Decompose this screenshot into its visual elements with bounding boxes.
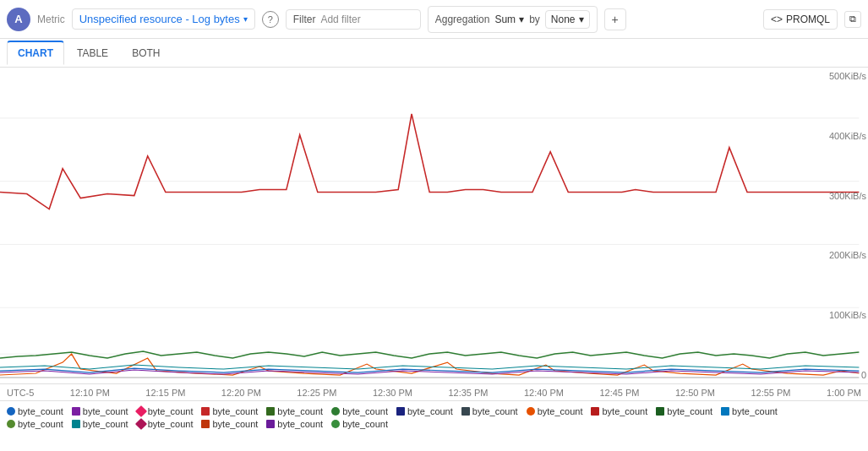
- time-label-1230: 12:30 PM: [373, 388, 412, 398]
- legend-item: byte_count: [7, 406, 63, 416]
- filter-section: Filter Add filter: [286, 9, 421, 30]
- metric-label: Metric: [37, 14, 65, 25]
- legend-item: byte_count: [396, 406, 453, 416]
- legend-label-7: byte_count: [407, 406, 453, 416]
- legend-item: byte_count: [721, 406, 778, 416]
- none-dropdown[interactable]: None ▾: [545, 10, 590, 29]
- legend-item: byte_count: [72, 406, 128, 416]
- legend-item: byte_count: [266, 419, 323, 429]
- legend-label-17: byte_count: [277, 419, 323, 429]
- aggregation-dropdown[interactable]: Sum ▾: [494, 14, 524, 25]
- legend-label-4: byte_count: [212, 406, 258, 416]
- legend-dot-2: [72, 407, 80, 416]
- promql-brackets-icon: <>: [771, 14, 783, 25]
- legend-area: byte_count byte_count byte_count byte_co…: [0, 401, 868, 437]
- legend-dot-6: [331, 407, 340, 416]
- legend-item: byte_count: [656, 406, 712, 416]
- legend-dot-15: [135, 418, 147, 430]
- aggregation-label: Aggregation: [435, 14, 490, 25]
- legend-item: byte_count: [331, 419, 388, 429]
- time-label-1215: 12:15 PM: [145, 388, 185, 398]
- legend-item: byte_count: [72, 419, 128, 429]
- aggregation-section: Aggregation Sum ▾ by None ▾: [428, 6, 598, 33]
- by-label: by: [529, 14, 540, 25]
- time-axis: UTC-5 12:10 PM 12:15 PM 12:20 PM 12:25 P…: [0, 384, 868, 401]
- none-chevron-icon: ▾: [579, 14, 584, 25]
- legend-dot-14: [72, 420, 80, 428]
- legend-dot-13: [7, 420, 15, 428]
- time-label-1240: 12:40 PM: [524, 388, 564, 398]
- aggregation-chevron-icon: ▾: [519, 14, 524, 25]
- metric-dropdown[interactable]: Unspecified resource - Log bytes ▾: [72, 8, 255, 30]
- tab-chart[interactable]: CHART: [7, 41, 64, 65]
- promql-button[interactable]: <> PROMQL: [763, 9, 838, 30]
- legend-item: byte_count: [527, 406, 583, 416]
- chart-tabs: CHART TABLE BOTH: [0, 39, 868, 68]
- legend-label-1: byte_count: [18, 406, 63, 416]
- legend-dot-3: [135, 405, 147, 417]
- add-filter-input[interactable]: Add filter: [320, 14, 360, 25]
- legend-label-3: byte_count: [148, 406, 194, 416]
- legend-item: byte_count: [331, 406, 388, 416]
- legend-dot-1: [7, 407, 15, 416]
- legend-label-13: byte_count: [18, 419, 63, 429]
- help-icon[interactable]: ?: [262, 11, 279, 28]
- legend-label-16: byte_count: [212, 419, 258, 429]
- legend-label-2: byte_count: [83, 406, 128, 416]
- legend-dot-16: [201, 420, 210, 428]
- legend-label-15: byte_count: [148, 419, 194, 429]
- legend-dot-17: [266, 420, 275, 428]
- legend-dot-9: [527, 407, 535, 416]
- legend-dot-11: [656, 407, 664, 416]
- legend-item: byte_count: [591, 406, 647, 416]
- legend-dot-8: [461, 407, 470, 416]
- legend-label-8: byte_count: [472, 406, 518, 416]
- time-label-1255: 12:55 PM: [751, 388, 790, 398]
- legend-label-11: byte_count: [667, 406, 712, 416]
- tab-table[interactable]: TABLE: [66, 41, 119, 65]
- time-label-1220: 12:20 PM: [221, 388, 261, 398]
- metric-chevron-icon: ▾: [243, 14, 248, 24]
- promql-label: PROMQL: [786, 14, 830, 25]
- legend-dot-18: [331, 420, 340, 428]
- copy-icon[interactable]: ⧉: [844, 11, 861, 28]
- legend-label-10: byte_count: [602, 406, 647, 416]
- legend-item: byte_count: [266, 406, 323, 416]
- time-label-1210: 12:10 PM: [70, 388, 110, 398]
- legend-item: byte_count: [137, 419, 194, 429]
- legend-item: byte_count: [201, 406, 258, 416]
- chart-svg: [0, 68, 868, 383]
- time-label-1245: 12:45 PM: [599, 388, 639, 398]
- legend-row-2: byte_count byte_count byte_count byte_co…: [7, 419, 861, 429]
- avatar-letter: A: [14, 13, 22, 25]
- chart-area: 500KiB/s 400KiB/s 300KiB/s 200KiB/s 100K…: [0, 68, 868, 384]
- time-label-1250: 12:50 PM: [675, 388, 715, 398]
- legend-row-1: byte_count byte_count byte_count byte_co…: [7, 406, 861, 416]
- time-label-100: 1:00 PM: [827, 388, 861, 398]
- legend-label-9: byte_count: [538, 406, 583, 416]
- legend-dot-4: [201, 407, 210, 416]
- legend-item: byte_count: [461, 406, 518, 416]
- none-value: None: [551, 14, 576, 25]
- add-aggregation-button[interactable]: +: [604, 8, 626, 30]
- metric-value: Unspecified resource - Log bytes: [79, 13, 240, 25]
- legend-label-14: byte_count: [83, 419, 128, 429]
- time-label-utc: UTC-5: [7, 388, 34, 398]
- tab-both[interactable]: BOTH: [121, 41, 171, 65]
- toolbar: A Metric Unspecified resource - Log byte…: [0, 0, 868, 39]
- legend-dot-10: [591, 407, 599, 416]
- legend-dot-5: [266, 407, 275, 416]
- legend-dot-7: [396, 407, 405, 416]
- legend-label-18: byte_count: [342, 419, 388, 429]
- legend-label-12: byte_count: [732, 406, 778, 416]
- avatar-button[interactable]: A: [7, 8, 30, 31]
- legend-item: byte_count: [7, 419, 63, 429]
- legend-label-5: byte_count: [277, 406, 323, 416]
- filter-label: Filter: [293, 14, 316, 25]
- legend-dot-12: [721, 407, 729, 416]
- time-label-1225: 12:25 PM: [297, 388, 336, 398]
- legend-item: byte_count: [137, 406, 194, 416]
- legend-label-6: byte_count: [342, 406, 388, 416]
- time-label-1235: 12:35 PM: [448, 388, 488, 398]
- aggregation-value: Sum: [494, 14, 516, 25]
